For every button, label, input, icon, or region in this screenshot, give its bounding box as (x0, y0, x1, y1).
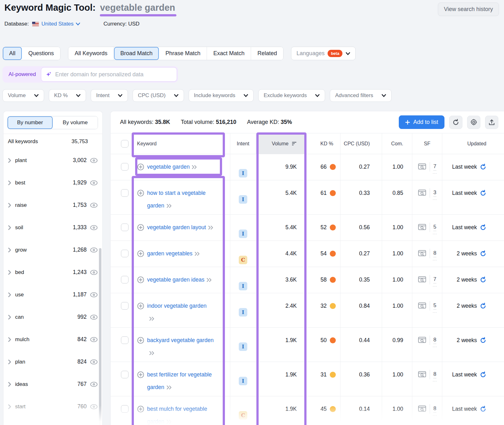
col-keyword[interactable]: Keyword (137, 141, 157, 147)
eye-icon[interactable] (90, 381, 98, 387)
eye-icon[interactable] (90, 180, 98, 186)
eye-icon[interactable] (90, 314, 98, 320)
row-checkbox[interactable] (121, 163, 129, 171)
intent-badge-c[interactable]: C (239, 256, 247, 264)
eye-icon[interactable] (90, 337, 98, 342)
filter-include-keywords[interactable]: Include keywords (189, 89, 254, 102)
all-keywords-row[interactable]: All keywords 35,753 (3, 134, 102, 149)
refresh-metrics-icon[interactable] (480, 277, 486, 283)
refresh-metrics-icon[interactable] (480, 371, 486, 378)
serp-features-count[interactable]: 5... (433, 302, 436, 310)
languages-dropdown[interactable]: Languages beta (291, 47, 356, 60)
serp-features-count[interactable]: 7... (433, 276, 436, 283)
col-intent[interactable]: Intent (237, 141, 249, 147)
intent-badge-i[interactable]: I (239, 342, 247, 351)
add-keyword-icon[interactable] (137, 302, 144, 310)
col-kd[interactable]: KD % (320, 141, 333, 147)
intent-badge-c[interactable]: C (239, 411, 247, 420)
serp-preview-icon[interactable] (418, 405, 426, 412)
refresh-button[interactable] (449, 116, 462, 129)
serp-features-count[interactable]: 3... (433, 189, 436, 197)
keyword-link[interactable]: vegetable garden layout (147, 221, 214, 234)
serp-preview-icon[interactable] (418, 163, 426, 170)
tab-all-keywords[interactable]: All Keywords (68, 47, 114, 60)
sidebar-group-use[interactable]: use1,187 (3, 283, 102, 306)
row-checkbox[interactable] (121, 189, 129, 197)
intent-badge-i[interactable]: I (239, 169, 247, 178)
sidebar-group-plan[interactable]: plan824 (3, 351, 102, 373)
add-to-list-button[interactable]: Add to list (399, 115, 444, 129)
sidebar-group-plant[interactable]: plant3,002 (3, 149, 102, 172)
expand-keyword-icon[interactable] (149, 317, 155, 321)
eye-icon[interactable] (90, 225, 98, 230)
settings-button[interactable] (467, 116, 480, 129)
sidebar-group-ideas[interactable]: ideas767 (3, 373, 102, 395)
sidebar-group-bed[interactable]: bed1,243 (3, 261, 102, 283)
serp-preview-icon[interactable] (418, 224, 426, 231)
serp-features-count[interactable]: 8... (433, 371, 436, 378)
refresh-metrics-icon[interactable] (480, 337, 486, 344)
serp-preview-icon[interactable] (418, 189, 426, 196)
serp-preview-icon[interactable] (418, 337, 426, 344)
row-checkbox[interactable] (121, 224, 129, 231)
sidebar-group-raise[interactable]: raise1,753 (3, 194, 102, 216)
eye-icon[interactable] (90, 270, 98, 275)
database-select[interactable]: United States (42, 21, 80, 27)
row-checkbox[interactable] (121, 336, 129, 344)
export-button[interactable] (485, 116, 498, 129)
sidebar-group-can[interactable]: can992 (3, 306, 102, 328)
serp-features-count[interactable]: 8... (433, 337, 436, 344)
row-checkbox[interactable] (121, 405, 129, 413)
intent-badge-i[interactable]: I (239, 195, 247, 204)
eye-icon[interactable] (90, 158, 98, 163)
expand-keyword-icon[interactable] (206, 278, 212, 282)
tab-exact-match[interactable]: Exact Match (207, 47, 251, 60)
eye-icon[interactable] (90, 292, 98, 298)
serp-features-count[interactable]: 8... (433, 250, 436, 257)
expand-keyword-icon[interactable] (149, 351, 155, 355)
serp-preview-icon[interactable] (418, 276, 426, 283)
filter-volume[interactable]: Volume (3, 89, 44, 102)
keyword-link[interactable]: how to start a vegetable garden (147, 187, 214, 212)
keyword-link[interactable]: indoor vegetable garden (147, 300, 214, 325)
add-keyword-icon[interactable] (137, 337, 144, 344)
serp-features-count[interactable]: 8... (433, 405, 436, 413)
add-keyword-icon[interactable] (137, 405, 144, 413)
add-keyword-icon[interactable] (137, 189, 144, 197)
filter-kd[interactable]: KD % (49, 89, 86, 102)
serp-preview-icon[interactable] (418, 371, 426, 378)
filter-cpc-usd[interactable]: CPC (USD) (133, 89, 184, 102)
intent-badge-i[interactable]: I (239, 377, 247, 385)
keyword-link[interactable]: best fertilizer for vegetable garden (147, 368, 214, 393)
refresh-metrics-icon[interactable] (480, 190, 486, 196)
row-checkbox[interactable] (121, 371, 129, 378)
add-keyword-icon[interactable] (137, 163, 144, 171)
col-com[interactable]: Com. (391, 141, 403, 147)
keyword-link[interactable]: backyard vegetable garden (147, 334, 214, 359)
row-checkbox[interactable] (121, 302, 129, 310)
col-volume[interactable]: Volume (272, 141, 289, 147)
sidebar-group-start[interactable]: start760 (3, 395, 102, 418)
intent-badge-i[interactable]: I (239, 308, 247, 317)
expand-keyword-icon[interactable] (194, 252, 200, 256)
expand-keyword-icon[interactable] (166, 204, 172, 208)
sidebar-group-soil[interactable]: soil1,333 (3, 216, 102, 239)
refresh-metrics-icon[interactable] (480, 224, 486, 231)
keyword-link[interactable]: best mulch for vegetable garden (147, 403, 214, 425)
add-keyword-icon[interactable] (137, 371, 144, 378)
add-keyword-icon[interactable] (137, 224, 144, 231)
filter-intent[interactable]: Intent (91, 89, 128, 102)
expand-keyword-icon[interactable] (166, 420, 172, 424)
select-all-checkbox[interactable] (121, 140, 129, 148)
expand-keyword-icon[interactable] (192, 165, 198, 169)
serp-preview-icon[interactable] (418, 302, 426, 309)
col-cpc[interactable]: CPC (USD) (344, 141, 370, 147)
tab-questions[interactable]: Questions (22, 47, 60, 60)
col-sf[interactable]: SF (424, 141, 430, 147)
domain-input[interactable] (55, 71, 172, 78)
refresh-metrics-icon[interactable] (480, 250, 486, 257)
tab-phrase-match[interactable]: Phrase Match (159, 47, 207, 60)
serp-preview-icon[interactable] (418, 250, 426, 257)
expand-keyword-icon[interactable] (166, 385, 172, 390)
eye-icon[interactable] (90, 202, 98, 208)
